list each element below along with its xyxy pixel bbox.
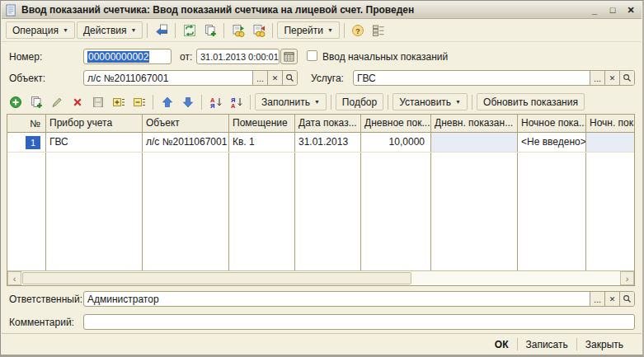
horizontal-scrollbar[interactable]: ‹ ›	[7, 270, 634, 285]
initial-readings-checkbox[interactable]	[307, 50, 317, 61]
service-clear-button[interactable]: ✕	[604, 71, 619, 85]
operation-menu-button[interactable]: Операция	[6, 21, 75, 39]
maximize-button[interactable]: □	[605, 4, 620, 16]
service-value: ГВС	[354, 71, 590, 85]
service-choose-button[interactable]: ...	[590, 71, 604, 85]
table-empty-area	[7, 153, 634, 270]
actions-menu-button[interactable]: Действия	[77, 21, 143, 39]
comment-input[interactable]	[83, 314, 635, 330]
scrollbar-track[interactable]	[21, 271, 620, 285]
move-up-icon[interactable]	[157, 93, 176, 111]
column-header-4[interactable]: Дата показ...	[295, 115, 361, 132]
date-value: 31.01.2013 0:00:01	[197, 49, 279, 63]
empty-cell	[295, 153, 361, 270]
postings-cancel-icon[interactable]	[249, 21, 268, 40]
fill-menu-button[interactable]: Заполнить	[255, 93, 327, 110]
empty-cell	[229, 153, 295, 270]
date-field[interactable]: 31.01.2013 0:00:01	[196, 49, 280, 64]
collapse-group-icon[interactable]	[129, 93, 148, 111]
table-cell[interactable]	[586, 133, 634, 152]
empty-cell	[518, 153, 586, 270]
close-button[interactable]: ✕	[623, 4, 638, 16]
write-button[interactable]: Записать	[518, 337, 576, 352]
table-cell[interactable]: 10,0000	[361, 133, 431, 152]
responsible-clear-button[interactable]: ✕	[604, 292, 619, 306]
table-toolbar: АЯ ЯА Заполнить Подбор Установить Обнови…	[2, 91, 642, 113]
goto-menu-button[interactable]: Перейти	[277, 21, 340, 39]
toolbar-separator	[201, 95, 202, 110]
svg-text:А: А	[231, 102, 236, 109]
edit-row-icon[interactable]	[47, 93, 66, 111]
add-row-icon[interactable]	[6, 93, 25, 111]
responsible-open-button[interactable]	[619, 292, 634, 306]
column-header-8[interactable]: Ночн. пока...	[586, 115, 634, 132]
copy-row-icon[interactable]	[26, 93, 45, 111]
set-menu-button[interactable]: Установить	[393, 93, 468, 110]
column-header-1[interactable]: Прибор учета	[46, 115, 143, 132]
refresh-icon[interactable]	[180, 21, 199, 40]
object-clear-button[interactable]: ✕	[267, 71, 282, 85]
structure-icon[interactable]	[369, 21, 388, 40]
service-field[interactable]: ГВС ... ✕	[353, 70, 635, 86]
toolbar-separator	[175, 23, 176, 38]
table-row[interactable]: 1ГВСл/с №2011067001Кв. 131.01.201310,000…	[7, 133, 634, 153]
toolbar-separator	[223, 23, 224, 38]
column-header-6[interactable]: Дневн. показан...	[431, 115, 518, 132]
window-title: Ввод показаний счетчика: Ввод показаний …	[21, 4, 587, 16]
scroll-left-icon[interactable]: ‹	[7, 271, 21, 285]
refresh-readings-label: Обновить показания	[483, 96, 578, 108]
empty-cell	[46, 153, 143, 270]
document-icon	[5, 4, 17, 16]
sort-descending-icon[interactable]: ЯА	[227, 93, 246, 111]
copy-add-icon[interactable]	[200, 21, 219, 40]
end-edit-icon[interactable]	[88, 93, 107, 111]
table-cell[interactable]: 31.01.2013	[295, 133, 361, 152]
table-cell[interactable]: <Не введено>	[518, 133, 586, 152]
toolbar-separator	[147, 23, 148, 38]
post-document-icon[interactable]	[152, 21, 171, 40]
table-header-row: №Прибор учетаОбъектПомещениеДата показ..…	[7, 115, 634, 133]
object-value: л/с №2011067001	[84, 71, 252, 85]
empty-cell	[143, 153, 229, 270]
table-cell[interactable]: 1	[7, 133, 46, 152]
responsible-field[interactable]: Администратор ... ✕	[83, 291, 635, 307]
column-header-3[interactable]: Помещение	[229, 115, 295, 132]
close-form-button[interactable]: Закрыть	[577, 337, 632, 352]
scrollbar-thumb[interactable]	[22, 272, 411, 284]
delete-row-icon[interactable]	[68, 93, 87, 111]
calendar-button[interactable]	[280, 49, 298, 64]
number-value: 00000000002	[87, 51, 149, 63]
table-cell[interactable]: ГВС	[46, 133, 143, 152]
column-header-0[interactable]: №	[7, 115, 46, 132]
help-icon[interactable]: ?	[349, 21, 368, 40]
column-header-7[interactable]: Ночное пока...	[518, 115, 586, 132]
table-cell[interactable]	[431, 133, 518, 152]
move-down-icon[interactable]	[178, 93, 197, 111]
ok-button[interactable]: ОК	[487, 337, 517, 352]
service-open-button[interactable]	[619, 71, 634, 85]
expand-group-icon[interactable]	[109, 93, 128, 111]
pick-label: Подбор	[342, 96, 377, 108]
object-open-button[interactable]	[282, 71, 297, 85]
number-field[interactable]: 00000000002	[83, 49, 172, 64]
postings-dr-cr-icon[interactable]	[228, 21, 247, 40]
sort-ascending-icon[interactable]: АЯ	[206, 93, 225, 111]
svg-text:Я: Я	[210, 102, 214, 109]
toolbar-separator	[153, 95, 153, 110]
object-label: Объект:	[9, 73, 45, 84]
date-label: от:	[180, 51, 192, 63]
table-cell[interactable]: л/с №2011067001	[143, 133, 229, 152]
scroll-right-icon[interactable]: ›	[620, 271, 634, 285]
column-header-2[interactable]: Объект	[143, 115, 229, 132]
column-header-5[interactable]: Дневное пок...	[361, 115, 431, 132]
minimize-button[interactable]: _	[587, 4, 602, 16]
refresh-readings-button[interactable]: Обновить показания	[477, 93, 585, 110]
window-controls: _ □ ✕	[587, 4, 638, 16]
object-field[interactable]: л/с №2011067001 ... ✕	[83, 70, 298, 86]
responsible-choose-button[interactable]: ...	[590, 292, 604, 306]
table-cell[interactable]: Кв. 1	[229, 133, 295, 152]
pick-button[interactable]: Подбор	[336, 93, 383, 110]
set-menu-label: Установить	[399, 96, 451, 108]
object-choose-button[interactable]: ...	[252, 71, 267, 85]
title-bar: Ввод показаний счетчика: Ввод показаний …	[2, 2, 642, 19]
